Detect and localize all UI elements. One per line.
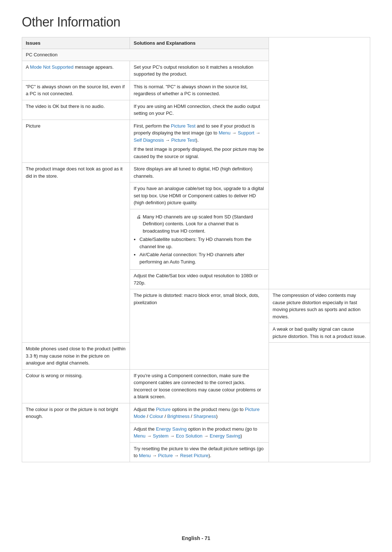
- solution-cell: If you have an analogue cable/set top bo…: [130, 182, 269, 209]
- section-pc-connection: PC Connection: [22, 49, 370, 61]
- page-title: Other Information: [22, 15, 370, 30]
- menu-link3[interactable]: Menu: [139, 453, 151, 458]
- table-row: A Mode Not Supported message appears. Se…: [22, 61, 370, 80]
- solution-cell: A weak or bad quality signal can cause p…: [269, 323, 370, 343]
- note-item: 🖨 Many HD channels are up scaled from SD…: [134, 213, 265, 235]
- col-header-solutions: Solutions and Explanations: [130, 37, 269, 49]
- colour-link[interactable]: Colour: [150, 414, 163, 419]
- col-header-issues: Issues: [22, 37, 130, 49]
- list-item: Cable/Satellite subscribers: Try HD chan…: [139, 236, 265, 250]
- picture-link[interactable]: Picture: [156, 407, 171, 412]
- solution-cell: This is normal. "PC" is always shown in …: [130, 80, 269, 100]
- reset-picture-link[interactable]: Reset Picture: [180, 453, 208, 458]
- footer-text: English - 71: [182, 535, 211, 541]
- table-row: The video is OK but there is no audio. I…: [22, 100, 370, 120]
- table-row: The product image does not look as good …: [22, 163, 370, 182]
- solution-cell: Mobile phones used close to the product …: [22, 343, 130, 370]
- energy-saving-link2[interactable]: Energy Saving: [210, 433, 241, 439]
- issue-cell: The colour is poor or the picture is not…: [22, 403, 130, 462]
- table-row: "PC" is always shown on the source list,…: [22, 80, 370, 100]
- picture-test-link2[interactable]: Picture Test: [171, 137, 196, 143]
- solution-cell: Adjust the Energy Saving option in the p…: [130, 423, 269, 442]
- system-link[interactable]: System: [153, 433, 168, 439]
- sharpness-link[interactable]: Sharpness: [193, 414, 216, 419]
- brightness-link[interactable]: Brightness: [167, 414, 189, 419]
- main-table: Issues Solutions and Explanations PC Con…: [22, 37, 370, 462]
- solution-cell: First, perform the Picture Test and to s…: [130, 120, 269, 163]
- menu-link2[interactable]: Menu: [134, 433, 146, 439]
- issue-cell: Colour is wrong or missing.: [22, 369, 130, 403]
- solution-cell: Adjust the Cable/Sat box video output re…: [130, 270, 269, 289]
- footer: English - 71: [0, 535, 392, 541]
- solution-cell: Adjust the Picture options in the produc…: [130, 403, 269, 423]
- list-item: Air/Cable Aerial connection: Try HD chan…: [139, 251, 265, 265]
- energy-saving-link[interactable]: Energy Saving: [156, 426, 187, 432]
- issue-cell: Picture: [22, 120, 130, 163]
- solution-cell: If you are using an HDMI connection, che…: [130, 100, 269, 120]
- solution-cell: 🖨 Many HD channels are up scaled from SD…: [130, 209, 269, 270]
- note-icon: 🖨: [136, 213, 141, 221]
- eco-solution-link[interactable]: Eco Solution: [176, 433, 203, 439]
- picture-link2[interactable]: Picture: [158, 453, 173, 458]
- issue-cell: The picture is distorted: macro block er…: [130, 289, 269, 370]
- table-row: Picture First, perform the Picture Test …: [22, 120, 370, 163]
- issue-cell: "PC" is always shown on the source list,…: [22, 80, 130, 100]
- table-row: Colour is wrong or missing. If you're us…: [22, 369, 370, 403]
- bullet-list: Cable/Satellite subscribers: Try HD chan…: [139, 236, 265, 265]
- mode-not-supported-link[interactable]: Mode Not Supported: [30, 64, 74, 70]
- issue-cell: A Mode Not Supported message appears.: [22, 61, 130, 80]
- issue-cell: The product image does not look as good …: [22, 163, 130, 343]
- menu-link[interactable]: Menu: [219, 130, 230, 136]
- solution-cell: Store displays are all tuned to digital,…: [130, 163, 269, 182]
- table-row: The colour is poor or the picture is not…: [22, 403, 370, 423]
- solution-cell: If you're using a Component connection, …: [130, 369, 269, 403]
- solution-cell: Try resetting the picture to view the de…: [130, 442, 269, 462]
- self-diagnosis-link[interactable]: Self Diagnosis: [134, 137, 164, 143]
- issue-cell: The video is OK but there is no audio.: [22, 100, 130, 120]
- solution-cell: The compression of video contents may ca…: [269, 289, 370, 323]
- solution-cell: Set your PC's output resolution so it ma…: [130, 61, 269, 80]
- picture-test-link[interactable]: Picture Test: [171, 123, 196, 129]
- support-link[interactable]: Support: [238, 130, 254, 136]
